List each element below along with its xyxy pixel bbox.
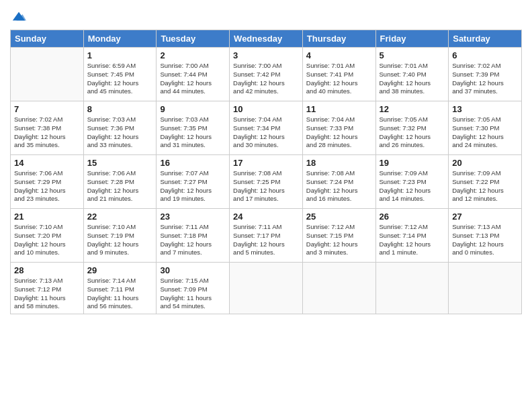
day-info: Sunrise: 7:07 AM Sunset: 7:27 PM Dayligh… [160, 169, 226, 203]
day-number: 17 [233, 158, 299, 168]
day-number: 24 [233, 212, 299, 222]
day-number: 20 [452, 158, 518, 168]
calendar-cell: 9Sunrise: 7:03 AM Sunset: 7:35 PM Daylig… [157, 101, 230, 155]
calendar-cell: 22Sunrise: 7:10 AM Sunset: 7:19 PM Dayli… [83, 209, 157, 263]
calendar-cell [375, 263, 449, 314]
day-info: Sunrise: 7:11 AM Sunset: 7:18 PM Dayligh… [160, 223, 226, 257]
day-number: 11 [306, 104, 372, 114]
day-number: 8 [87, 104, 153, 114]
calendar-cell: 6Sunrise: 7:02 AM Sunset: 7:39 PM Daylig… [449, 48, 522, 101]
weekday-header-tuesday: Tuesday [157, 30, 230, 48]
day-number: 14 [14, 158, 80, 168]
day-number: 21 [14, 212, 80, 222]
calendar-cell [449, 263, 522, 314]
day-number: 27 [452, 212, 518, 222]
calendar-cell: 20Sunrise: 7:09 AM Sunset: 7:22 PM Dayli… [449, 155, 522, 209]
day-info: Sunrise: 7:00 AM Sunset: 7:42 PM Dayligh… [233, 62, 299, 96]
calendar-cell [302, 263, 375, 314]
calendar-cell: 23Sunrise: 7:11 AM Sunset: 7:18 PM Dayli… [157, 209, 230, 263]
day-number: 30 [160, 265, 226, 275]
day-number: 23 [160, 212, 226, 222]
calendar-cell: 15Sunrise: 7:06 AM Sunset: 7:28 PM Dayli… [83, 155, 157, 209]
day-info: Sunrise: 7:12 AM Sunset: 7:15 PM Dayligh… [306, 223, 372, 257]
weekday-header-row: SundayMondayTuesdayWednesdayThursdayFrid… [11, 30, 522, 48]
day-info: Sunrise: 7:08 AM Sunset: 7:24 PM Dayligh… [306, 169, 372, 203]
day-info: Sunrise: 7:11 AM Sunset: 7:17 PM Dayligh… [233, 223, 299, 257]
weekday-header-saturday: Saturday [449, 30, 522, 48]
day-number: 16 [160, 158, 226, 168]
calendar-cell: 7Sunrise: 7:02 AM Sunset: 7:38 PM Daylig… [11, 101, 84, 155]
calendar-cell: 21Sunrise: 7:10 AM Sunset: 7:20 PM Dayli… [11, 209, 84, 263]
day-info: Sunrise: 7:03 AM Sunset: 7:35 PM Dayligh… [160, 116, 226, 150]
day-number: 1 [87, 50, 153, 60]
day-number: 4 [306, 50, 372, 60]
day-number: 7 [14, 104, 80, 114]
day-number: 28 [14, 265, 80, 275]
week-row-1: 1Sunrise: 6:59 AM Sunset: 7:45 PM Daylig… [11, 48, 522, 101]
day-info: Sunrise: 7:14 AM Sunset: 7:11 PM Dayligh… [87, 277, 153, 311]
day-info: Sunrise: 7:06 AM Sunset: 7:29 PM Dayligh… [14, 169, 80, 203]
calendar-cell: 12Sunrise: 7:05 AM Sunset: 7:32 PM Dayli… [375, 101, 449, 155]
day-info: Sunrise: 7:04 AM Sunset: 7:33 PM Dayligh… [306, 116, 372, 150]
day-info: Sunrise: 7:13 AM Sunset: 7:13 PM Dayligh… [452, 223, 518, 257]
calendar-cell: 11Sunrise: 7:04 AM Sunset: 7:33 PM Dayli… [302, 101, 375, 155]
weekday-header-sunday: Sunday [11, 30, 84, 48]
calendar-cell: 4Sunrise: 7:01 AM Sunset: 7:41 PM Daylig… [302, 48, 375, 101]
calendar-cell: 1Sunrise: 6:59 AM Sunset: 7:45 PM Daylig… [83, 48, 157, 101]
day-info: Sunrise: 7:10 AM Sunset: 7:20 PM Dayligh… [14, 223, 80, 257]
day-info: Sunrise: 7:12 AM Sunset: 7:14 PM Dayligh… [380, 223, 445, 257]
day-number: 3 [233, 50, 299, 60]
calendar-cell: 17Sunrise: 7:08 AM Sunset: 7:25 PM Dayli… [230, 155, 303, 209]
day-info: Sunrise: 6:59 AM Sunset: 7:45 PM Dayligh… [87, 62, 153, 96]
day-info: Sunrise: 7:01 AM Sunset: 7:41 PM Dayligh… [306, 62, 372, 96]
calendar-cell: 3Sunrise: 7:00 AM Sunset: 7:42 PM Daylig… [230, 48, 303, 101]
calendar-cell: 14Sunrise: 7:06 AM Sunset: 7:29 PM Dayli… [11, 155, 84, 209]
day-info: Sunrise: 7:10 AM Sunset: 7:19 PM Dayligh… [87, 223, 153, 257]
day-number: 2 [160, 50, 226, 60]
week-row-3: 14Sunrise: 7:06 AM Sunset: 7:29 PM Dayli… [11, 155, 522, 209]
week-row-4: 21Sunrise: 7:10 AM Sunset: 7:20 PM Dayli… [11, 209, 522, 263]
day-info: Sunrise: 7:01 AM Sunset: 7:40 PM Dayligh… [380, 62, 445, 96]
calendar-cell: 13Sunrise: 7:05 AM Sunset: 7:30 PM Dayli… [449, 101, 522, 155]
day-number: 22 [87, 212, 153, 222]
day-number: 10 [233, 104, 299, 114]
page-container: SundayMondayTuesdayWednesdayThursdayFrid… [0, 0, 532, 318]
calendar-cell: 8Sunrise: 7:03 AM Sunset: 7:36 PM Daylig… [83, 101, 157, 155]
calendar-cell: 28Sunrise: 7:13 AM Sunset: 7:12 PM Dayli… [11, 263, 84, 314]
calendar-cell: 19Sunrise: 7:09 AM Sunset: 7:23 PM Dayli… [375, 155, 449, 209]
calendar-cell [230, 263, 303, 314]
day-number: 25 [306, 212, 372, 222]
day-number: 9 [160, 104, 226, 114]
day-info: Sunrise: 7:02 AM Sunset: 7:39 PM Dayligh… [452, 62, 518, 96]
logo-icon [11, 9, 26, 24]
calendar-cell: 26Sunrise: 7:12 AM Sunset: 7:14 PM Dayli… [375, 209, 449, 263]
day-info: Sunrise: 7:05 AM Sunset: 7:30 PM Dayligh… [452, 116, 518, 150]
day-number: 15 [87, 158, 153, 168]
calendar-cell [11, 48, 84, 101]
day-info: Sunrise: 7:03 AM Sunset: 7:36 PM Dayligh… [87, 116, 153, 150]
day-info: Sunrise: 7:09 AM Sunset: 7:22 PM Dayligh… [452, 169, 518, 203]
day-info: Sunrise: 7:06 AM Sunset: 7:28 PM Dayligh… [87, 169, 153, 203]
weekday-header-friday: Friday [375, 30, 449, 48]
weekday-header-thursday: Thursday [302, 30, 375, 48]
calendar-cell: 5Sunrise: 7:01 AM Sunset: 7:40 PM Daylig… [375, 48, 449, 101]
day-info: Sunrise: 7:15 AM Sunset: 7:09 PM Dayligh… [160, 277, 226, 311]
day-number: 26 [380, 212, 445, 222]
week-row-2: 7Sunrise: 7:02 AM Sunset: 7:38 PM Daylig… [11, 101, 522, 155]
day-info: Sunrise: 7:09 AM Sunset: 7:23 PM Dayligh… [380, 169, 445, 203]
day-number: 6 [452, 50, 518, 60]
day-info: Sunrise: 7:08 AM Sunset: 7:25 PM Dayligh… [233, 169, 299, 203]
calendar-cell: 30Sunrise: 7:15 AM Sunset: 7:09 PM Dayli… [157, 263, 230, 314]
calendar-table: SundayMondayTuesdayWednesdayThursdayFrid… [10, 30, 522, 314]
calendar-cell: 2Sunrise: 7:00 AM Sunset: 7:44 PM Daylig… [157, 48, 230, 101]
calendar-cell: 16Sunrise: 7:07 AM Sunset: 7:27 PM Dayli… [157, 155, 230, 209]
weekday-header-wednesday: Wednesday [230, 30, 303, 48]
calendar-cell: 18Sunrise: 7:08 AM Sunset: 7:24 PM Dayli… [302, 155, 375, 209]
day-number: 12 [380, 104, 445, 114]
day-number: 29 [87, 265, 153, 275]
day-number: 18 [306, 158, 372, 168]
day-info: Sunrise: 7:00 AM Sunset: 7:44 PM Dayligh… [160, 62, 226, 96]
calendar-cell: 24Sunrise: 7:11 AM Sunset: 7:17 PM Dayli… [230, 209, 303, 263]
calendar-cell: 29Sunrise: 7:14 AM Sunset: 7:11 PM Dayli… [83, 263, 157, 314]
day-info: Sunrise: 7:04 AM Sunset: 7:34 PM Dayligh… [233, 116, 299, 150]
